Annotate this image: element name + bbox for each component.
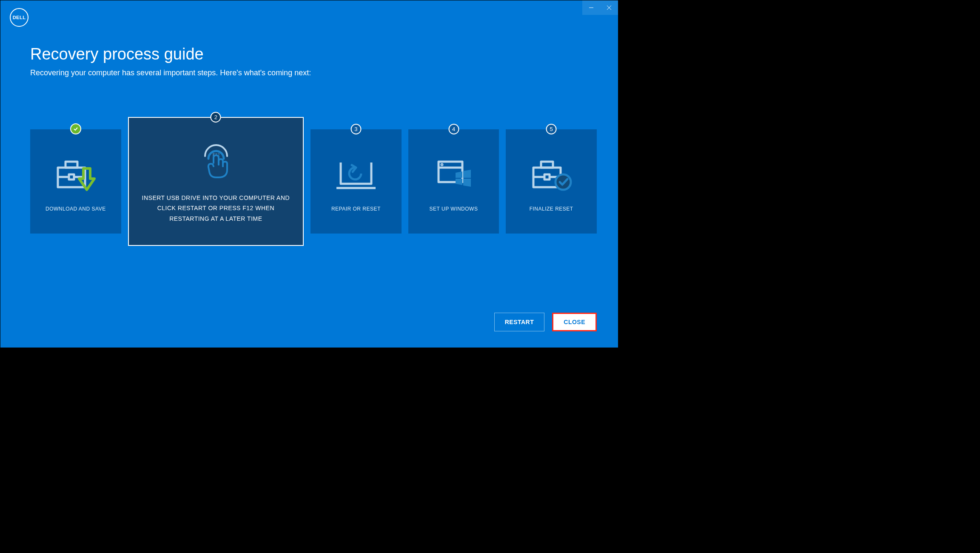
setup-windows-icon [433,156,475,194]
svg-point-13 [442,164,442,165]
step-number-badge: 4 [448,124,459,134]
press-f12-icon: F12 [192,139,239,182]
footer-buttons: RESTART CLOSE [494,313,597,331]
step-card-finalize: 5 FINALIZE RESET [506,129,597,234]
page-title: Recovery process guide [30,45,597,63]
svg-rect-22 [544,174,550,180]
steps-row: DOWNLOAD AND SAVE 2 F12 [30,117,597,246]
step-number-badge: 3 [350,124,361,134]
restart-button[interactable]: RESTART [494,313,545,331]
svg-marker-17 [463,179,471,187]
recovery-guide-window: DELL Recovery process guide Recovering y… [0,0,618,348]
step-card-download: DOWNLOAD AND SAVE [30,129,121,234]
window-titlebar [582,0,618,15]
svg-rect-7 [69,174,74,180]
svg-marker-14 [456,171,462,178]
dell-logo-text: DELL [13,15,26,20]
step-label: INSERT USB DRIVE INTO YOUR COMPUTER AND … [129,193,303,224]
step-card-insert-usb: 2 F12 INSE [128,117,304,246]
page-subtitle: Recovering your computer has several imp… [30,68,597,77]
svg-point-23 [556,174,571,190]
step-number-badge: 2 [211,112,221,123]
minimize-button[interactable] [582,0,600,15]
checkmark-badge [70,123,81,134]
step-label: SET UP WINDOWS [426,206,481,212]
finalize-reset-icon [530,156,573,194]
step-card-repair: 3 REPAIR OR RESET [311,129,402,234]
svg-rect-19 [541,162,553,168]
content-area: Recovery process guide Recovering your c… [30,45,597,77]
checkmark-icon [73,126,79,132]
close-icon [607,5,612,10]
step-label: FINALIZE RESET [526,206,577,212]
repair-reset-icon [335,156,377,194]
minimize-icon [589,5,594,10]
step-card-setup-windows: 4 SET UP WINDOWS [408,129,499,234]
step-label: DOWNLOAD AND SAVE [42,206,109,212]
svg-rect-4 [66,162,77,168]
close-window-button[interactable] [600,0,618,15]
svg-marker-15 [463,170,471,178]
step-label: REPAIR OR RESET [328,206,384,212]
step-number-badge: 5 [546,124,557,134]
dell-logo: DELL [10,8,28,27]
close-button[interactable]: CLOSE [552,313,597,331]
svg-marker-16 [456,179,462,185]
download-save-icon [54,156,97,194]
